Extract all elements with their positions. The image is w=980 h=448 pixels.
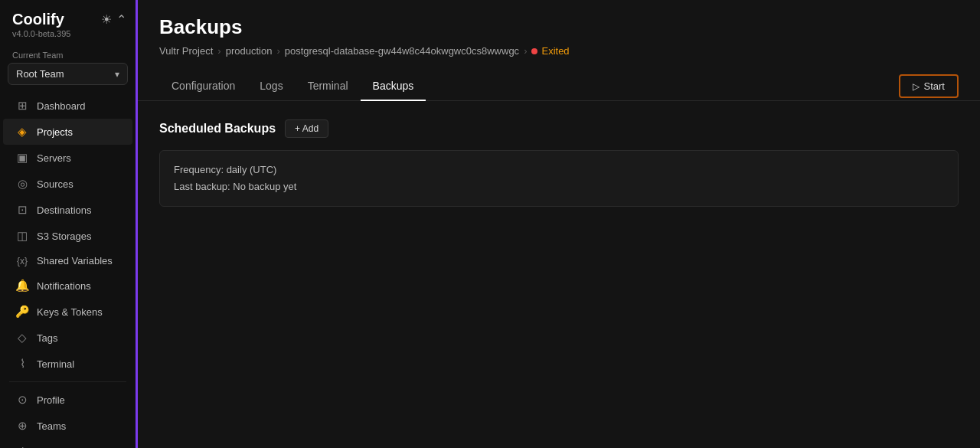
projects-icon: ◈ xyxy=(15,125,29,139)
logo-area: Coolify ☀ ⌃ v4.0.0-beta.395 xyxy=(0,0,136,43)
tabs-list: Configuration Logs Terminal Backups xyxy=(159,72,426,100)
sidebar-item-sharedvariables[interactable]: {x} Shared Variables xyxy=(3,249,132,273)
sidebar-item-sources[interactable]: ◎ Sources xyxy=(3,171,132,197)
sidebar-item-teams[interactable]: ⊕ Teams xyxy=(3,413,132,439)
servers-icon: ▣ xyxy=(15,151,29,165)
start-button[interactable]: ▷ Start xyxy=(899,74,959,98)
sun-icon[interactable]: ☀ xyxy=(101,12,112,27)
breadcrumb-sep-1: › xyxy=(217,45,220,57)
sidebar-item-terminal[interactable]: ⌇ Terminal xyxy=(3,351,132,377)
tab-backups[interactable]: Backups xyxy=(361,72,426,101)
destinations-icon: ⊡ xyxy=(15,203,29,217)
status-badge: Exited xyxy=(531,45,569,57)
app-name: Coolify xyxy=(12,11,64,28)
sidebar-item-label: Shared Variables xyxy=(37,255,113,267)
page-header: Backups Vultr Project › production › pos… xyxy=(138,0,980,72)
sidebar-item-dashboard[interactable]: ⊞ Dashboard xyxy=(3,93,132,119)
breadcrumb: Vultr Project › production › postgresql-… xyxy=(159,45,959,57)
start-label: Start xyxy=(924,80,945,92)
sidebar-item-label: Teams xyxy=(37,420,66,432)
sidebar-item-settings[interactable]: ⚙ Settings xyxy=(3,439,132,448)
profile-icon: ⊙ xyxy=(15,393,29,407)
logo-controls: ☀ ⌃ xyxy=(101,12,126,27)
sidebar-item-label: Terminal xyxy=(37,358,74,370)
sidebar-item-label: Dashboard xyxy=(37,100,86,112)
sidebar-item-label: S3 Storages xyxy=(37,231,92,242)
tab-logs[interactable]: Logs xyxy=(247,72,295,101)
app-version: v4.0.0-beta.395 xyxy=(12,29,123,38)
sidebar-item-label: Destinations xyxy=(37,204,92,216)
backup-last: Last backup: No backup yet xyxy=(174,178,944,195)
sidebar-item-profile[interactable]: ⊙ Profile xyxy=(3,387,132,413)
sidebar-item-label: Profile xyxy=(37,394,65,406)
sidebar-item-s3storages[interactable]: ◫ S3 Storages xyxy=(3,223,132,249)
play-icon: ▷ xyxy=(913,81,920,92)
expand-icon[interactable]: ⌃ xyxy=(116,12,126,27)
main-nav: ⊞ Dashboard ◈ Projects ▣ Servers ◎ Sourc… xyxy=(0,93,136,377)
sidebar-item-label: Notifications xyxy=(37,280,91,292)
tab-configuration[interactable]: Configuration xyxy=(159,72,247,101)
sidebar-item-label: Sources xyxy=(37,178,74,190)
section-header: Scheduled Backups + Add xyxy=(159,119,959,138)
s3-icon: ◫ xyxy=(15,229,29,243)
team-selector[interactable]: Root Team ▾ xyxy=(8,63,128,85)
settings-icon: ⚙ xyxy=(15,445,29,448)
tab-terminal[interactable]: Terminal xyxy=(296,72,361,101)
breadcrumb-production[interactable]: production xyxy=(226,45,273,57)
tabs-bar: Configuration Logs Terminal Backups ▷ St… xyxy=(138,72,980,101)
variables-icon: {x} xyxy=(15,256,29,267)
dashboard-icon: ⊞ xyxy=(15,99,29,113)
backup-card: Frequency: daily (UTC) Last backup: No b… xyxy=(159,150,959,207)
sidebar: Coolify ☀ ⌃ v4.0.0-beta.395 Current Team… xyxy=(0,0,138,448)
content-area: Scheduled Backups + Add Frequency: daily… xyxy=(138,101,980,448)
divider xyxy=(9,381,126,382)
chevron-down-icon: ▾ xyxy=(115,69,119,80)
sidebar-item-destinations[interactable]: ⊡ Destinations xyxy=(3,197,132,223)
sidebar-item-tags[interactable]: ◇ Tags xyxy=(3,325,132,351)
sidebar-item-label: Servers xyxy=(37,152,71,164)
status-label: Exited xyxy=(541,45,569,57)
sidebar-item-label: Tags xyxy=(37,332,57,344)
sidebar-item-notifications[interactable]: 🔔 Notifications xyxy=(3,273,132,299)
page-title: Backups xyxy=(159,15,959,39)
status-dot xyxy=(531,48,537,54)
sidebar-item-label: Keys & Tokens xyxy=(37,306,103,318)
sidebar-item-projects[interactable]: ◈ Projects xyxy=(3,119,132,145)
breadcrumb-sep-3: › xyxy=(524,45,527,57)
sidebar-item-servers[interactable]: ▣ Servers xyxy=(3,145,132,171)
sidebar-bottom: ⊙ Profile ⊕ Teams ⚙ Settings xyxy=(0,377,136,448)
backup-frequency: Frequency: daily (UTC) xyxy=(174,162,944,178)
key-icon: 🔑 xyxy=(15,305,29,319)
section-title: Scheduled Backups xyxy=(159,122,276,136)
team-name: Root Team xyxy=(16,68,64,80)
breadcrumb-db[interactable]: postgresql-database-gw44w8c44okwgwc0cs8w… xyxy=(285,45,519,57)
sidebar-item-keys[interactable]: 🔑 Keys & Tokens xyxy=(3,299,132,325)
breadcrumb-sep-2: › xyxy=(276,45,279,57)
tags-icon: ◇ xyxy=(15,331,29,345)
bell-icon: 🔔 xyxy=(15,279,29,293)
breadcrumb-vultr[interactable]: Vultr Project xyxy=(159,45,213,57)
current-team-label: Current Team xyxy=(0,43,136,63)
sources-icon: ◎ xyxy=(15,177,29,191)
sidebar-item-label: Projects xyxy=(37,126,73,138)
add-backup-button[interactable]: + Add xyxy=(285,119,328,138)
teams-icon: ⊕ xyxy=(15,419,29,433)
main-content: Backups Vultr Project › production › pos… xyxy=(138,0,980,448)
terminal-icon: ⌇ xyxy=(15,357,29,371)
